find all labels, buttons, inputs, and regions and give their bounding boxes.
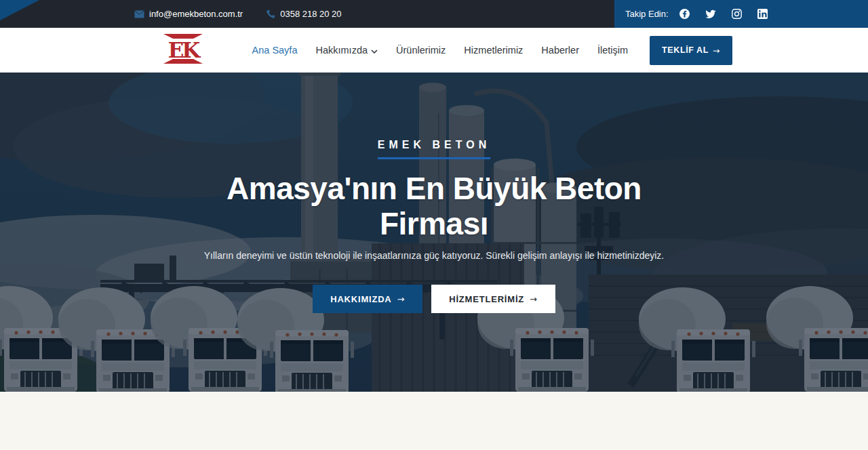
hero-buttons: HAKKIMIZDA→ HİZMETLERİMİZ→ — [313, 285, 555, 313]
main-navigation: EK Ana Sayfa Hakkımızda Ürünlerimiz Hizm… — [0, 28, 868, 73]
hero-kicker: EMEK BETON — [378, 139, 490, 159]
chevron-down-icon — [371, 45, 378, 56]
topbar: info@emekbeton.com.tr 0358 218 20 20 Tak… — [0, 0, 868, 28]
topbar-social-section: Takip Edin: — [614, 0, 868, 28]
page-background-section — [0, 392, 868, 450]
topbar-corner-accent — [0, 0, 39, 20]
hero-content: EMEK BETON Amasya'nın En Büyük Beton Fir… — [0, 73, 868, 392]
arrow-right-icon: → — [713, 45, 720, 56]
company-logo[interactable]: EK — [163, 33, 203, 68]
email-link[interactable]: info@emekbeton.com.tr — [134, 9, 243, 19]
phone-link[interactable]: 0358 218 20 20 — [266, 9, 341, 19]
hero-title: Amasya'nın En Büyük Beton Firması — [190, 171, 678, 241]
logo-text: EK — [168, 38, 201, 62]
nav-item-haberler[interactable]: Haberler — [541, 45, 579, 56]
nav-item-urunlerimiz[interactable]: Ürünlerimiz — [396, 45, 446, 56]
topbar-contacts: info@emekbeton.com.tr 0358 218 20 20 — [134, 9, 342, 19]
nav-item-iletisim[interactable]: İletişim — [597, 45, 628, 56]
hero-section: EMEK BETON Amasya'nın En Büyük Beton Fir… — [0, 73, 868, 392]
teklif-al-button[interactable]: TEKLİF AL→ — [650, 36, 732, 65]
nav-menu: Ana Sayfa Hakkımızda Ürünlerimiz Hizmetl… — [252, 45, 629, 56]
hizmetlerimiz-button[interactable]: HİZMETLERİMİZ→ — [431, 285, 555, 313]
twitter-icon[interactable] — [705, 9, 716, 19]
follow-label: Takip Edin: — [625, 9, 669, 19]
nav-item-hakkimizda[interactable]: Hakkımızda — [315, 45, 378, 56]
arrow-right-icon: → — [530, 294, 538, 304]
nav-item-hizmetlerimiz[interactable]: Hizmetlerimiz — [464, 45, 523, 56]
phone-text: 0358 218 20 20 — [280, 9, 341, 19]
instagram-icon[interactable] — [732, 9, 742, 19]
hakkimizda-button[interactable]: HAKKIMIZDA→ — [313, 285, 422, 313]
email-icon — [134, 10, 144, 18]
arrow-right-icon: → — [397, 294, 406, 304]
linkedin-icon[interactable] — [757, 9, 768, 19]
facebook-icon[interactable] — [679, 9, 690, 19]
nav-item-ana-sayfa[interactable]: Ana Sayfa — [252, 45, 298, 56]
hero-subtitle: Yılların deneyimi ve üstün teknoloji ile… — [204, 250, 665, 261]
email-text: info@emekbeton.com.tr — [149, 9, 243, 19]
phone-icon — [266, 9, 275, 19]
